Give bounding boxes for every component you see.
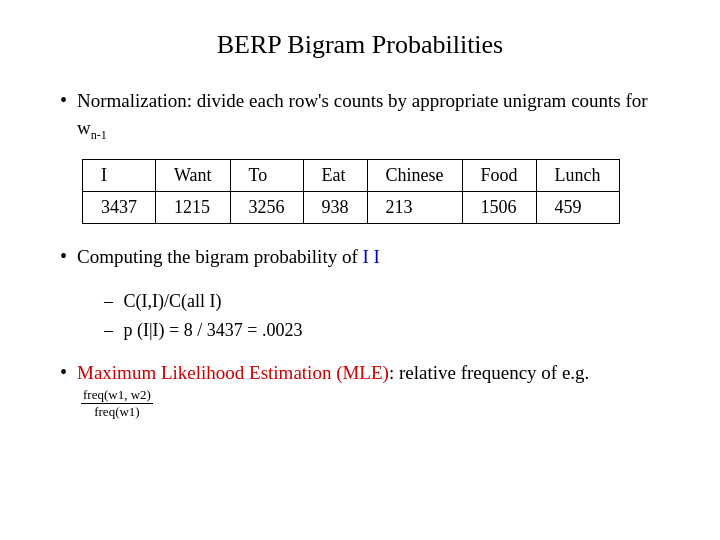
- bullet-2: • Computing the bigram probability of I …: [60, 244, 660, 271]
- cell-3256: 3256: [230, 192, 303, 224]
- bullet-1: • Normalization: divide each row's count…: [60, 88, 660, 143]
- page-title: BERP Bigram Probabilities: [217, 30, 503, 60]
- header-chinese: Chinese: [367, 160, 462, 192]
- bullet-3-text: Maximum Likelihood Estimation (MLE): rel…: [77, 360, 660, 419]
- cell-3437: 3437: [83, 192, 156, 224]
- header-i: I: [83, 160, 156, 192]
- subscript-wn1: n-1: [91, 127, 107, 141]
- table-data-row: 3437 1215 3256 938 213 1506 459: [83, 192, 620, 224]
- fraction-numerator: freq(w1, w2): [81, 387, 153, 404]
- fraction: freq(w1, w2) freq(w1): [81, 387, 153, 419]
- bullet-2-text: Computing the bigram probability of I I: [77, 244, 380, 271]
- bigram-table: I Want To Eat Chinese Food Lunch 3437 12…: [82, 159, 620, 224]
- bullet-symbol-2: •: [60, 245, 67, 268]
- content-area: • Normalization: divide each row's count…: [60, 88, 660, 435]
- bullet-1-main: Normalization: divide each row's counts …: [77, 90, 648, 138]
- dash-2: –: [104, 320, 113, 340]
- bullet-3-mle: Maximum Likelihood Estimation (MLE): [77, 362, 389, 383]
- cell-213: 213: [367, 192, 462, 224]
- sub2-text: p (I|I) = 8 / 3437 = .0023: [124, 320, 303, 340]
- bullet-symbol-3: •: [60, 361, 67, 384]
- bullet-symbol-1: •: [60, 89, 67, 112]
- header-want: Want: [156, 160, 231, 192]
- header-to: To: [230, 160, 303, 192]
- header-lunch: Lunch: [536, 160, 619, 192]
- header-food: Food: [462, 160, 536, 192]
- bullet-3-suffix: : relative frequency of e.g.: [389, 362, 589, 383]
- dash-1: –: [104, 291, 113, 311]
- sub-item-2: – p (I|I) = 8 / 3437 = .0023: [104, 316, 660, 345]
- cell-938: 938: [303, 192, 367, 224]
- fraction-denominator: freq(w1): [92, 404, 141, 420]
- cell-1506: 1506: [462, 192, 536, 224]
- cell-459: 459: [536, 192, 619, 224]
- bullet-1-text: Normalization: divide each row's counts …: [77, 88, 660, 143]
- bullet-2-prefix: Computing the bigram probability of: [77, 246, 363, 267]
- table-container: I Want To Eat Chinese Food Lunch 3437 12…: [82, 159, 660, 224]
- cell-1215: 1215: [156, 192, 231, 224]
- header-eat: Eat: [303, 160, 367, 192]
- bullet-2-highlight: I I: [363, 246, 380, 267]
- table-header-row: I Want To Eat Chinese Food Lunch: [83, 160, 620, 192]
- bullet-3: • Maximum Likelihood Estimation (MLE): r…: [60, 360, 660, 419]
- sub1-text: C(I,I)/C(all I): [124, 291, 222, 311]
- sub-item-1: – C(I,I)/C(all I): [104, 287, 660, 316]
